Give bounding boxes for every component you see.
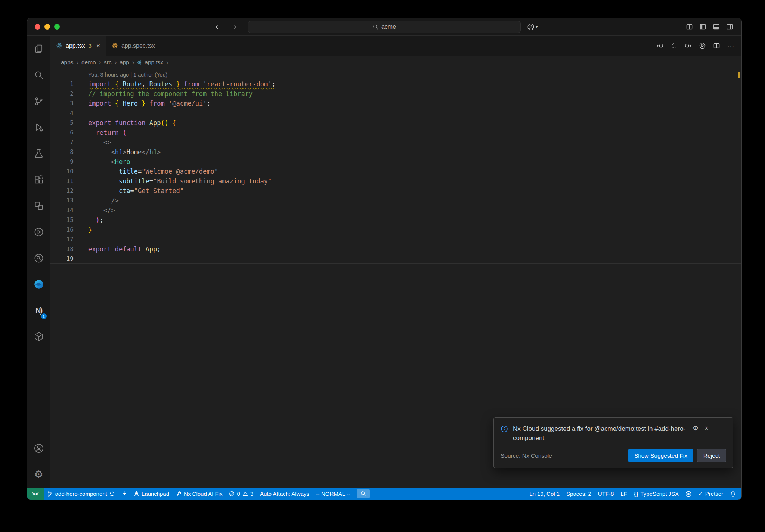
line-number[interactable]: 18 xyxy=(50,244,74,254)
split-editor-icon[interactable] xyxy=(713,42,720,49)
references-icon[interactable] xyxy=(27,193,50,219)
code-line[interactable]: 5export function App() { xyxy=(50,118,741,128)
tab-app-tsx[interactable]: app.tsx 3 × xyxy=(50,36,106,56)
changes-icon[interactable] xyxy=(670,42,678,49)
line-number[interactable]: 11 xyxy=(50,176,74,186)
command-center-search[interactable]: acme xyxy=(248,21,521,33)
customize-layout-icon[interactable] xyxy=(686,23,693,30)
prettier-item[interactable]: ✓ Prettier xyxy=(695,488,727,500)
notification-settings-icon[interactable]: ⚙ xyxy=(693,424,699,432)
line-number[interactable]: 8 xyxy=(50,147,74,157)
notification-close-icon[interactable]: × xyxy=(704,424,709,432)
code-line[interactable]: 2// importing the component from the lib… xyxy=(50,89,741,99)
previous-change-icon[interactable] xyxy=(656,42,663,49)
cursor-position-item[interactable]: Ln 19, Col 1 xyxy=(526,488,563,500)
line-number[interactable]: 2 xyxy=(50,89,74,99)
code-line[interactable]: 4 xyxy=(50,108,741,118)
code-line[interactable]: 9 <Hero xyxy=(50,157,741,167)
nx-console-icon[interactable]: N) 1 xyxy=(27,297,50,324)
problems-item[interactable]: 0 3 xyxy=(226,488,257,500)
next-change-icon[interactable] xyxy=(685,42,692,49)
settings-gear-icon[interactable]: ⚙ xyxy=(27,461,50,488)
line-number[interactable]: 13 xyxy=(50,196,74,205)
code-line[interactable]: 6 return ( xyxy=(50,128,741,137)
line-number[interactable]: 5 xyxy=(50,118,74,128)
code-line[interactable]: 7 <> xyxy=(50,137,741,147)
launchpad-item[interactable]: Launchpad xyxy=(130,488,173,500)
extensions-icon[interactable] xyxy=(27,167,50,193)
code-line[interactable]: 1import { Route, Routes } from 'react-ro… xyxy=(50,79,741,89)
auto-attach-item[interactable]: Auto Attach: Always xyxy=(257,488,313,500)
line-number[interactable]: 10 xyxy=(50,167,74,176)
accounts-icon[interactable] xyxy=(27,435,50,461)
code-line[interactable]: 8 <h1>Home</h1> xyxy=(50,147,741,157)
history-forward-icon[interactable] xyxy=(230,23,238,31)
zoom-window-button[interactable] xyxy=(54,24,60,30)
eol-item[interactable]: LF xyxy=(617,488,631,500)
edge-status-item[interactable] xyxy=(682,488,695,500)
containers-icon[interactable] xyxy=(27,324,50,350)
search-view-icon[interactable] xyxy=(27,62,50,88)
close-tab-icon[interactable]: × xyxy=(96,42,100,50)
line-number[interactable]: 12 xyxy=(50,186,74,196)
code-line[interactable]: 11 subtitle="Build something amazing tod… xyxy=(50,176,741,186)
inspect-circle-icon[interactable] xyxy=(27,245,50,271)
code-line[interactable]: 3import { Hero } from '@acme/ui'; xyxy=(50,99,741,108)
blame-annotation[interactable]: You, 3 hours ago | 1 author (You) xyxy=(50,70,741,79)
toggle-sidebar-left-icon[interactable] xyxy=(699,23,706,30)
notifications-bell-item[interactable] xyxy=(727,488,739,500)
remote-indicator[interactable]: >< xyxy=(27,488,44,500)
history-back-icon[interactable] xyxy=(214,23,222,31)
language-mode-item[interactable]: {} TypeScript JSX xyxy=(631,488,682,500)
code-line[interactable]: 17 xyxy=(50,235,741,244)
breadcrumb-item[interactable]: src xyxy=(104,59,112,66)
breadcrumb-item[interactable]: apps xyxy=(61,59,74,66)
line-number[interactable]: 7 xyxy=(50,137,74,147)
line-number[interactable]: 19 xyxy=(50,254,74,264)
indentation-item[interactable]: Spaces: 2 xyxy=(563,488,595,500)
line-number[interactable]: 1 xyxy=(50,79,74,89)
source-control-icon[interactable] xyxy=(27,88,50,114)
minimize-window-button[interactable] xyxy=(44,24,50,30)
statusbar-search-item[interactable] xyxy=(357,489,370,498)
line-number[interactable]: 9 xyxy=(50,157,74,167)
run-and-debug-icon[interactable] xyxy=(27,114,50,140)
show-suggested-fix-button[interactable]: Show Suggested Fix xyxy=(628,449,693,462)
line-number[interactable]: 15 xyxy=(50,215,74,225)
line-number[interactable]: 6 xyxy=(50,128,74,137)
testing-icon[interactable] xyxy=(27,140,50,167)
tab-app-spec-tsx[interactable]: app.spec.tsx xyxy=(106,36,161,56)
breadcrumb-item[interactable]: app xyxy=(120,59,129,66)
edge-browser-icon[interactable] xyxy=(27,271,50,297)
run-file-icon[interactable] xyxy=(699,42,706,49)
encoding-item[interactable]: UTF-8 xyxy=(595,488,617,500)
code-line[interactable]: 19 xyxy=(50,254,741,264)
code-line[interactable]: 18export default App; xyxy=(50,244,741,254)
breadcrumb-item-file[interactable]: app.tsx xyxy=(137,59,163,66)
code-line[interactable]: 10 title="Welcmoe @acme/demo" xyxy=(50,167,741,176)
toggle-panel-icon[interactable] xyxy=(713,23,720,30)
overview-ruler[interactable] xyxy=(736,69,741,488)
code-line[interactable]: 15 ); xyxy=(50,215,741,225)
reject-button[interactable]: Reject xyxy=(697,449,726,462)
git-branch-item[interactable]: add-hero-component xyxy=(44,488,118,500)
line-number[interactable]: 16 xyxy=(50,225,74,235)
run-circle-icon[interactable] xyxy=(27,219,50,245)
breadcrumb-item[interactable]: demo xyxy=(81,59,96,66)
line-number[interactable]: 17 xyxy=(50,235,74,244)
bolt-item[interactable] xyxy=(118,488,130,500)
account-menu[interactable]: ▾ xyxy=(527,18,538,35)
code-line[interactable]: 13 /> xyxy=(50,196,741,205)
code-line[interactable]: 12 cta="Get Started" xyxy=(50,186,741,196)
explorer-icon[interactable] xyxy=(27,36,50,62)
close-window-button[interactable] xyxy=(35,24,40,30)
code-line[interactable]: 14 </> xyxy=(50,205,741,215)
nx-cloud-ai-fix-item[interactable]: Nx Cloud AI Fix xyxy=(173,488,226,500)
more-actions-icon[interactable]: ⋯ xyxy=(727,41,735,50)
line-number[interactable]: 3 xyxy=(50,99,74,108)
vim-mode-item[interactable]: -- NORMAL -- xyxy=(313,488,354,500)
line-number[interactable]: 14 xyxy=(50,205,74,215)
breadcrumb-item[interactable]: … xyxy=(171,59,177,66)
code-line[interactable]: 16} xyxy=(50,225,741,235)
line-number[interactable]: 4 xyxy=(50,108,74,118)
